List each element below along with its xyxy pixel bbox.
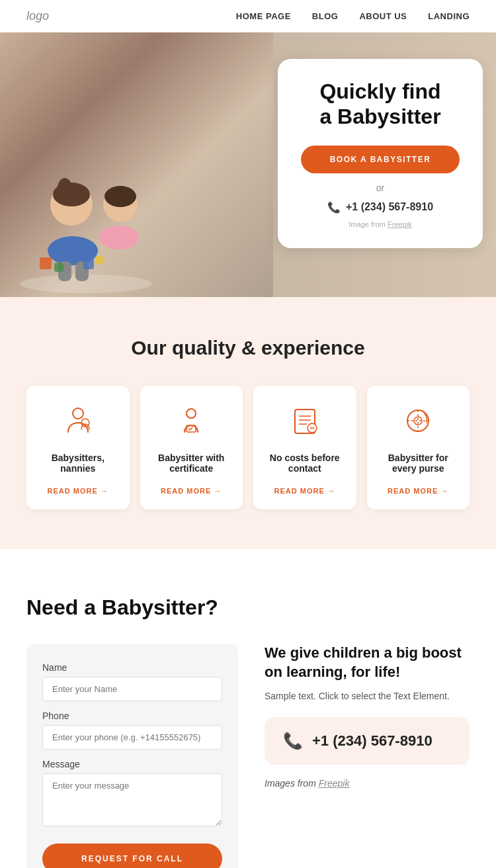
- nav-blog[interactable]: BLOG: [312, 11, 339, 21]
- svg-rect-10: [95, 256, 103, 264]
- svg-rect-8: [54, 263, 63, 272]
- babysitters-icon: [37, 404, 119, 443]
- svg-rect-7: [40, 257, 52, 269]
- hero-phone-row: 📞 +1 (234) 567-8910: [301, 201, 460, 214]
- svg-point-16: [186, 409, 196, 418]
- hero-photo: [0, 32, 273, 297]
- book-babysitter-button[interactable]: BOOK A BABYSITTER: [301, 146, 460, 173]
- babysitters-svg: [62, 404, 95, 437]
- quality-title: Our quality & experience: [26, 337, 470, 359]
- no-costs-icon: [264, 404, 346, 443]
- freepik-link[interactable]: Freepik: [388, 220, 412, 228]
- nav-about[interactable]: ABOUT US: [359, 11, 407, 21]
- contact-right-title: We give children a big boost on learning…: [265, 644, 470, 681]
- hero-card: Quickly find a Babysitter BOOK A BABYSIT…: [278, 59, 483, 248]
- nav-links: HOME PAGE BLOG ABOUT US LANDING: [236, 11, 470, 21]
- name-label: Name: [42, 662, 222, 673]
- nav-landing[interactable]: LANDING: [428, 11, 470, 21]
- message-field-group: Message: [42, 759, 222, 829]
- contact-phone-icon: 📞: [283, 732, 303, 750]
- phone-label: Phone: [42, 711, 222, 721]
- contact-title: Need a Babysitter?: [26, 595, 470, 620]
- phone-input[interactable]: [42, 725, 222, 750]
- phone-field-group: Phone: [42, 711, 222, 750]
- svg-point-13: [104, 186, 136, 207]
- hero-section: Quickly find a Babysitter BOOK A BABYSIT…: [0, 32, 496, 297]
- request-call-button[interactable]: REQUEST FOR CALL: [42, 844, 222, 868]
- service-card-2-title: No costs before contact: [264, 453, 346, 474]
- hero-phone-number[interactable]: +1 (234) 567-8910: [346, 201, 433, 213]
- service-card-1-link[interactable]: READ MORE: [161, 487, 222, 495]
- name-field-group: Name: [42, 662, 222, 701]
- service-card-2: No costs before contact READ MORE: [253, 386, 356, 509]
- svg-point-24: [407, 410, 429, 431]
- name-input[interactable]: [42, 677, 222, 701]
- svg-rect-9: [83, 259, 94, 269]
- quality-section: Our quality & experience Babysitters, na…: [0, 297, 496, 549]
- service-card-3-link[interactable]: READ MORE: [388, 487, 448, 495]
- navbar: logo HOME PAGE BLOG ABOUT US LANDING: [0, 0, 496, 32]
- contact-freepik-link[interactable]: Freepik: [319, 778, 350, 789]
- every-purse-svg: [401, 404, 434, 437]
- service-card-0: Babysitters, nannies READ MORE: [26, 386, 130, 509]
- service-card-0-link[interactable]: READ MORE: [48, 487, 108, 495]
- svg-point-14: [73, 408, 83, 419]
- service-card-3: Babysitter for every purse READ MORE: [367, 386, 470, 509]
- hero-title: Quickly find a Babysitter: [301, 79, 460, 130]
- contact-form-box: Name Phone Message REQUEST FOR CALL: [26, 644, 238, 868]
- contact-section: Need a Babysitter? Name Phone Message RE…: [0, 549, 496, 868]
- hero-illustration: [13, 46, 159, 297]
- contact-phone-card: 📞 +1 (234) 567-8910: [265, 717, 470, 765]
- contact-layout: Name Phone Message REQUEST FOR CALL We g…: [26, 644, 470, 868]
- logo: logo: [26, 9, 49, 23]
- certificate-svg: [175, 404, 208, 437]
- hero-or-text: or: [301, 183, 460, 193]
- certificate-icon: [151, 404, 233, 443]
- contact-right-body: Sample text. Click to select the Text El…: [265, 691, 470, 701]
- nav-home[interactable]: HOME PAGE: [236, 11, 291, 21]
- message-input[interactable]: [42, 773, 222, 826]
- service-card-1-title: Babysitter with certificate: [151, 453, 233, 474]
- service-card-2-link[interactable]: READ MORE: [274, 487, 335, 495]
- contact-phone-number[interactable]: +1 (234) 567-8910: [312, 732, 433, 750]
- every-purse-icon: [378, 404, 460, 443]
- no-costs-svg: [288, 404, 321, 437]
- contact-image-credit: Images from Freepik: [265, 778, 470, 789]
- service-card-1: Babysitter with certificate READ MORE: [140, 386, 243, 509]
- svg-point-11: [99, 226, 139, 249]
- service-card-0-title: Babysitters, nannies: [37, 453, 119, 474]
- service-card-3-title: Babysitter for every purse: [378, 453, 460, 474]
- message-label: Message: [42, 759, 222, 769]
- contact-form-column: Name Phone Message REQUEST FOR CALL: [26, 644, 238, 868]
- hero-image-credit: Image from Freepik: [301, 220, 460, 228]
- contact-right-column: We give children a big boost on learning…: [265, 644, 470, 868]
- phone-icon: 📞: [327, 201, 341, 214]
- service-cards-row: Babysitters, nannies READ MORE Babysitte…: [26, 386, 470, 509]
- svg-point-4: [57, 178, 73, 204]
